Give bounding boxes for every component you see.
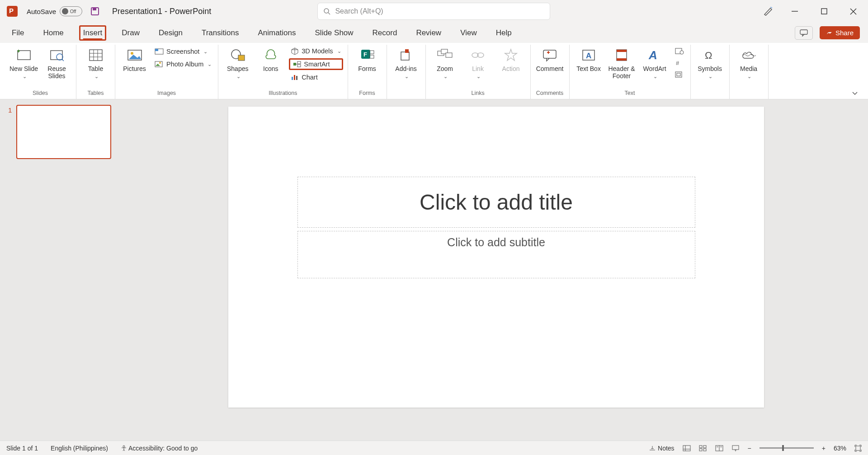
svg-rect-54 (677, 73, 680, 76)
table-button[interactable]: Table (81, 47, 110, 80)
comment-button[interactable]: Comment (535, 47, 565, 72)
powerpoint-app-icon (7, 6, 18, 17)
chart-button[interactable]: Chart (289, 73, 343, 82)
object-button[interactable] (673, 70, 686, 79)
addins-button[interactable]: Add-ins (392, 47, 421, 80)
pictures-icon (127, 47, 143, 64)
slide-number-button[interactable]: # (673, 58, 686, 67)
editor-area: 1 Click to add title Click to add subtit… (0, 99, 868, 441)
subtitle-placeholder[interactable]: Click to add subtitle (297, 231, 695, 278)
tab-animations[interactable]: Animations (254, 26, 299, 40)
svg-rect-9 (18, 51, 30, 60)
autosave-control[interactable]: AutoSave Off (27, 6, 82, 16)
tab-help[interactable]: Help (492, 26, 515, 40)
tab-file[interactable]: File (8, 26, 28, 40)
zoom-icon (437, 47, 453, 64)
autosave-label: AutoSave (27, 8, 56, 15)
coming-soon-icon[interactable] (763, 6, 773, 16)
minimize-button[interactable] (787, 4, 803, 19)
symbols-icon: Ω (703, 47, 717, 64)
svg-text:Ω: Ω (705, 50, 712, 61)
svg-rect-36 (401, 52, 409, 60)
forms-icon: F (359, 47, 375, 64)
tab-home[interactable]: Home (39, 26, 67, 40)
zoom-out-button[interactable]: − (748, 445, 751, 452)
language-indicator[interactable]: English (Philippines) (51, 445, 108, 452)
text-box-button[interactable]: A Text Box (574, 47, 604, 72)
zoom-slider[interactable] (760, 447, 814, 449)
fit-to-window-button[interactable] (854, 445, 862, 452)
view-reading-button[interactable] (715, 445, 723, 451)
svg-rect-29 (292, 77, 293, 80)
zoom-percent[interactable]: 63% (834, 445, 846, 452)
notes-button[interactable]: Notes (649, 445, 674, 452)
new-slide-button[interactable]: New Slide (9, 47, 38, 80)
svg-point-19 (131, 52, 133, 55)
share-button[interactable]: Share (820, 26, 860, 39)
forms-button[interactable]: F Forms (353, 47, 382, 72)
slide[interactable]: Click to add title Click to add subtitle (228, 107, 764, 408)
accessibility-icon (121, 445, 127, 451)
view-normal-button[interactable] (683, 445, 691, 451)
ribbon-collapse-button[interactable] (846, 87, 863, 99)
view-sorter-button[interactable] (699, 445, 707, 451)
save-icon[interactable] (90, 7, 99, 16)
symbols-button[interactable]: Ω Symbols (695, 47, 725, 80)
shapes-button[interactable]: Shapes (223, 47, 252, 80)
photo-album-icon (155, 60, 164, 68)
titlebar: AutoSave Off Presentation1 - PowerPoint … (0, 0, 868, 23)
slide-thumbnail-1[interactable] (16, 105, 111, 159)
screenshot-icon (155, 47, 164, 56)
tab-slide-show[interactable]: Slide Show (311, 26, 357, 40)
svg-rect-1 (93, 8, 96, 10)
zoom-in-button[interactable]: + (822, 445, 826, 452)
media-icon (741, 47, 756, 64)
svg-rect-21 (155, 49, 158, 51)
zoom-button[interactable]: Zoom (430, 47, 460, 80)
smartart-button[interactable]: SmartArt (289, 58, 343, 70)
tab-view[interactable]: View (457, 26, 481, 40)
tab-transitions[interactable]: Transitions (198, 26, 243, 40)
smartart-icon (293, 61, 301, 67)
icons-button[interactable]: Icons (256, 47, 285, 72)
svg-rect-53 (675, 72, 682, 77)
photo-album-button[interactable]: Photo Album (153, 59, 213, 69)
date-time-button[interactable] (673, 47, 686, 56)
pictures-button[interactable]: Pictures (120, 47, 149, 72)
svg-rect-25 (238, 55, 245, 61)
screenshot-button[interactable]: Screenshot (153, 47, 213, 56)
tab-insert[interactable]: Insert (79, 25, 107, 41)
slide-indicator[interactable]: Slide 1 of 1 (6, 445, 38, 452)
svg-rect-60 (699, 446, 702, 448)
tab-record[interactable]: Record (369, 26, 401, 40)
tab-design[interactable]: Design (155, 26, 186, 40)
accessibility-status[interactable]: Accessibility: Good to go (121, 445, 198, 452)
close-button[interactable] (845, 5, 861, 19)
svg-rect-22 (155, 61, 162, 67)
slide-canvas-area[interactable]: Click to add title Click to add subtitle (124, 99, 868, 441)
view-slideshow-button[interactable] (731, 445, 740, 451)
svg-text:A: A (648, 48, 657, 62)
zoom-slider-knob[interactable] (782, 445, 784, 451)
svg-rect-43 (543, 50, 556, 58)
search-input[interactable]: Search (Alt+Q) (317, 3, 550, 20)
tab-draw[interactable]: Draw (118, 26, 143, 40)
media-button[interactable]: Media (734, 47, 764, 80)
thumbnail-panel[interactable]: 1 (0, 99, 124, 441)
maximize-button[interactable] (816, 5, 832, 18)
comments-pane-button[interactable] (795, 26, 813, 40)
reuse-slides-button[interactable]: Reuse Slides (42, 47, 71, 80)
header-footer-button[interactable]: Header & Footer (607, 47, 637, 80)
tab-review[interactable]: Review (412, 26, 445, 40)
addins-icon (399, 47, 413, 64)
wordart-button[interactable]: A WordArt (640, 47, 670, 80)
svg-line-12 (62, 59, 64, 61)
title-placeholder[interactable]: Click to add title (297, 177, 695, 228)
link-button: Link (463, 47, 493, 80)
3d-models-button[interactable]: 3D Models (289, 47, 343, 56)
svg-rect-8 (800, 30, 807, 34)
autosave-toggle[interactable]: Off (60, 6, 82, 16)
svg-point-11 (57, 54, 63, 60)
svg-rect-40 (446, 53, 452, 57)
object-icon (675, 71, 683, 78)
